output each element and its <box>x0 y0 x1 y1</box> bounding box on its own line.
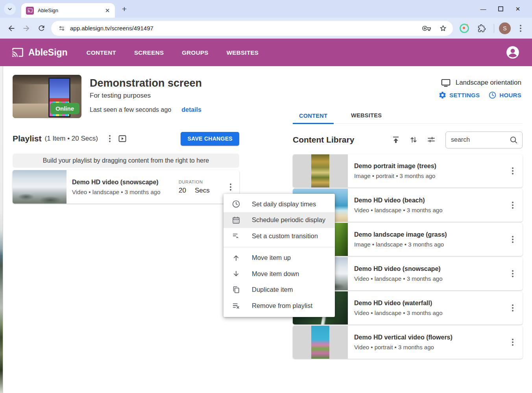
upload-icon[interactable] <box>390 134 401 145</box>
screen-preview-thumbnail[interactable]: Online <box>13 75 81 118</box>
settings-button[interactable]: SETTINGS <box>438 91 480 99</box>
library-item-flowers[interactable]: Demo HD vertical video (flowers) Video •… <box>293 326 523 359</box>
window-close-button[interactable]: ✕ <box>509 2 526 16</box>
item-kebab-icon[interactable] <box>503 302 523 314</box>
browser-toolbar: app.ablesign.tv/screens/491497 S <box>0 18 532 39</box>
browser-tab-strip: AbleSign ✕ + — ✕ <box>0 0 532 18</box>
back-arrow-icon <box>7 24 16 33</box>
transition-icon <box>231 231 241 241</box>
nav-item-screens[interactable]: SCREENS <box>134 49 164 56</box>
duration-label: DURATION <box>179 180 222 184</box>
window-maximize-button[interactable] <box>492 2 509 16</box>
app-nav: CONTENT SCREENS GROUPS WEBSITES <box>87 49 259 56</box>
library-item-thumbnail <box>293 154 348 187</box>
extension-app-icon[interactable] <box>458 22 471 35</box>
brand[interactable]: AbleSign <box>12 46 68 58</box>
new-tab-button[interactable]: + <box>119 4 130 15</box>
forward-arrow-icon <box>22 24 31 33</box>
desktop-edge-strip <box>0 66 3 393</box>
playlist-item-meta: Video • landscape • 3 months ago <box>72 189 173 195</box>
library-item-thumbnail <box>293 326 348 359</box>
tab-title: AbleSign <box>38 7 104 13</box>
menu-item-schedule-periodic-display[interactable]: Schedule periodic display <box>224 212 335 228</box>
menu-divider <box>224 247 335 247</box>
password-key-icon[interactable] <box>420 22 433 35</box>
app-header: AbleSign CONTENT SCREENS GROUPS WEBSITES <box>0 39 532 66</box>
copy-icon <box>231 285 241 295</box>
gear-icon <box>438 91 447 99</box>
playlist-item-thumbnail <box>13 170 66 204</box>
item-kebab-icon[interactable] <box>503 199 523 211</box>
site-info-icon[interactable] <box>57 23 67 33</box>
tab-websites[interactable]: WEBSITES <box>349 112 383 123</box>
page-title: Demonstration screen <box>90 77 202 89</box>
settings-label: SETTINGS <box>449 92 480 98</box>
playlist-menu-kebab-icon[interactable] <box>103 132 116 145</box>
monitor-icon <box>441 78 451 88</box>
search-input[interactable] <box>451 136 509 143</box>
search-box[interactable] <box>445 132 523 148</box>
forward-button[interactable] <box>20 22 33 35</box>
search-icon[interactable] <box>509 135 518 145</box>
item-kebab-icon[interactable] <box>503 234 523 245</box>
playlist-item-context-menu: Set daily display times Schedule periodi… <box>224 194 335 317</box>
arrow-up-icon <box>231 253 241 263</box>
library-tabs: CONTENT WEBSITES <box>293 109 523 124</box>
library-title: Content Library <box>293 135 354 145</box>
nav-item-groups[interactable]: GROUPS <box>182 49 208 56</box>
menu-item-set-daily-display-times[interactable]: Set daily display times <box>224 196 335 212</box>
menu-item-move-item-down[interactable]: Move item down <box>224 266 335 282</box>
playlist-item[interactable]: Demo HD video (snowscape) Video • landsc… <box>13 170 239 204</box>
address-bar[interactable]: app.ablesign.tv/screens/491497 <box>51 21 453 36</box>
hours-button[interactable]: HOURS <box>488 91 521 99</box>
hours-label: HOURS <box>499 92 521 98</box>
details-link[interactable]: details <box>181 106 201 113</box>
window-minimize-button[interactable]: — <box>475 2 492 16</box>
menu-item-set-custom-transition[interactable]: Set a custom transition <box>224 228 335 244</box>
orientation-label: Landscape orientation <box>456 79 521 87</box>
extensions-puzzle-icon[interactable] <box>475 22 488 35</box>
filter-tune-icon[interactable] <box>426 134 437 145</box>
clock-icon <box>488 91 497 99</box>
playlist-item-kebab-icon[interactable] <box>222 181 239 193</box>
menu-item-duplicate-item[interactable]: Duplicate item <box>224 282 335 298</box>
tab-content[interactable]: CONTENT <box>293 113 334 124</box>
status-badge: Online <box>50 103 79 114</box>
bookmark-star-icon[interactable] <box>436 22 450 35</box>
playlist-remove-icon <box>231 301 241 310</box>
save-changes-button[interactable]: SAVE CHANGES <box>181 132 239 146</box>
cast-logo-icon <box>12 46 24 58</box>
sort-icon[interactable] <box>408 134 419 145</box>
toolbar-divider <box>494 24 494 33</box>
calendar-icon <box>231 215 241 225</box>
item-kebab-icon[interactable] <box>503 165 523 177</box>
maximize-icon <box>498 6 503 11</box>
playlist-item-title: Demo HD video (snowscape) <box>72 179 173 186</box>
playlist-preview-icon[interactable] <box>116 132 129 145</box>
tab-search-button[interactable] <box>4 3 16 15</box>
browser-tab[interactable]: AbleSign ✕ <box>21 3 115 18</box>
nav-item-websites[interactable]: WEBSITES <box>227 49 259 56</box>
nav-item-content[interactable]: CONTENT <box>87 49 116 56</box>
menu-item-remove-from-playlist[interactable]: Remove from playlist <box>224 298 335 314</box>
reload-icon <box>37 24 46 32</box>
library-item-trees[interactable]: Demo portrait image (trees) Image • port… <box>293 154 523 187</box>
menu-item-move-item-up[interactable]: Move item up <box>224 250 335 266</box>
playlist-drop-hint: Build your playlist by dragging content … <box>13 154 239 168</box>
browser-menu-kebab-icon[interactable] <box>514 22 527 35</box>
chevron-down-icon <box>7 6 13 12</box>
brand-name: AbleSign <box>28 47 68 58</box>
reload-button[interactable] <box>35 22 48 35</box>
item-kebab-icon[interactable] <box>503 336 523 348</box>
duration-value-input[interactable]: 20 <box>179 187 186 195</box>
tab-close-icon[interactable]: ✕ <box>104 7 111 14</box>
back-button[interactable] <box>5 22 18 35</box>
playlist-title: Playlist <box>13 134 42 143</box>
url-text[interactable]: app.ablesign.tv/screens/491497 <box>70 25 419 32</box>
duration-unit[interactable]: Secs <box>195 187 210 195</box>
item-kebab-icon[interactable] <box>503 268 523 280</box>
arrow-down-icon <box>231 269 241 278</box>
profile-avatar[interactable]: S <box>499 22 511 34</box>
account-button[interactable] <box>505 45 520 60</box>
last-seen-text: Last seen a few seconds ago <box>90 106 171 113</box>
